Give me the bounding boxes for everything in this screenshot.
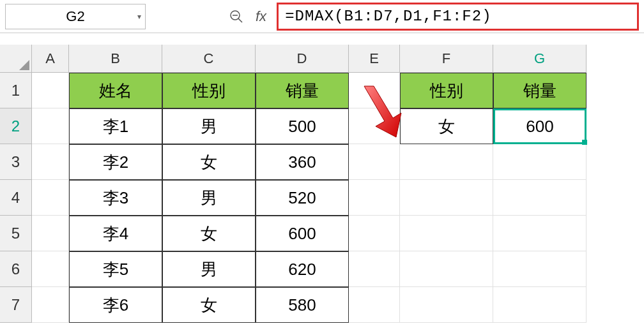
cell-E7[interactable] — [349, 287, 400, 323]
cell-A7[interactable] — [32, 287, 69, 323]
cell-D2[interactable]: 500 — [256, 108, 349, 144]
cell-B1[interactable]: 姓名 — [69, 73, 162, 108]
cell-D6[interactable]: 620 — [256, 251, 349, 287]
cell-G2[interactable]: 600 — [493, 108, 586, 144]
cell-E2[interactable] — [349, 108, 400, 144]
row-header-2[interactable]: 2 — [0, 108, 32, 144]
cell-D3[interactable]: 360 — [256, 144, 349, 180]
cell-C5[interactable]: 女 — [162, 216, 256, 251]
col-header-B[interactable]: B — [69, 45, 162, 73]
row-headers: 1 2 3 4 5 6 7 — [0, 73, 32, 323]
cell-A2[interactable] — [32, 108, 69, 144]
zoom-out-icon[interactable] — [227, 8, 245, 26]
col-header-E[interactable]: E — [349, 45, 400, 73]
row-header-1[interactable]: 1 — [0, 73, 32, 108]
cell-C3[interactable]: 女 — [162, 144, 256, 180]
column-headers: A B C D E F G — [32, 45, 586, 73]
cell-G3[interactable] — [493, 144, 586, 180]
cell-E6[interactable] — [349, 251, 400, 287]
select-all-corner[interactable] — [0, 45, 32, 73]
cell-F2[interactable]: 女 — [400, 108, 493, 144]
cell-D4[interactable]: 520 — [256, 180, 349, 216]
cell-A6[interactable] — [32, 251, 69, 287]
formula-text: =DMAX(B1:D7,D1,F1:F2) — [285, 8, 491, 25]
row-header-3[interactable]: 3 — [0, 144, 32, 180]
col-header-A[interactable]: A — [32, 45, 69, 73]
cell-grid: 姓名 性别 销量 性别 销量 李1 男 500 女 600 李2 女 360 — [32, 73, 586, 323]
cell-A5[interactable] — [32, 216, 69, 251]
cell-B7[interactable]: 李6 — [69, 287, 162, 323]
cell-C2[interactable]: 男 — [162, 108, 256, 144]
cell-A3[interactable] — [32, 144, 69, 180]
cell-C4[interactable]: 男 — [162, 180, 256, 216]
row-header-4[interactable]: 4 — [0, 180, 32, 216]
col-header-C[interactable]: C — [162, 45, 256, 73]
formula-bar: G2 ▾ fx =DMAX(B1:D7,D1,F1:F2) — [0, 0, 644, 33]
cell-B6[interactable]: 李5 — [69, 251, 162, 287]
cell-F6[interactable] — [400, 251, 493, 287]
cell-F7[interactable] — [400, 287, 493, 323]
cell-B2[interactable]: 李1 — [69, 108, 162, 144]
cell-C7[interactable]: 女 — [162, 287, 256, 323]
col-header-F[interactable]: F — [400, 45, 493, 73]
row-header-6[interactable]: 6 — [0, 251, 32, 287]
cell-E5[interactable] — [349, 216, 400, 251]
cell-C1[interactable]: 性别 — [162, 73, 256, 108]
row-header-5[interactable]: 5 — [0, 216, 32, 251]
fx-label[interactable]: fx — [256, 8, 266, 25]
cell-D7[interactable]: 580 — [256, 287, 349, 323]
cell-G5[interactable] — [493, 216, 586, 251]
cell-F4[interactable] — [400, 180, 493, 216]
name-box[interactable]: G2 ▾ — [5, 4, 146, 29]
cell-B5[interactable]: 李4 — [69, 216, 162, 251]
svg-line-1 — [238, 19, 242, 22]
col-header-G[interactable]: G — [493, 45, 586, 73]
cell-B4[interactable]: 李3 — [69, 180, 162, 216]
cell-F3[interactable] — [400, 144, 493, 180]
cell-F5[interactable] — [400, 216, 493, 251]
cell-D5[interactable]: 600 — [256, 216, 349, 251]
row-header-7[interactable]: 7 — [0, 287, 32, 323]
col-header-D[interactable]: D — [256, 45, 349, 73]
cell-G1[interactable]: 销量 — [493, 73, 586, 108]
cell-E3[interactable] — [349, 144, 400, 180]
cell-E4[interactable] — [349, 180, 400, 216]
cell-G6[interactable] — [493, 251, 586, 287]
cell-E1[interactable] — [349, 73, 400, 108]
cell-G4[interactable] — [493, 180, 586, 216]
cell-G7[interactable] — [493, 287, 586, 323]
cell-D1[interactable]: 销量 — [256, 73, 349, 108]
cell-F1[interactable]: 性别 — [400, 73, 493, 108]
name-box-value: G2 — [66, 8, 84, 25]
formula-input[interactable]: =DMAX(B1:D7,D1,F1:F2) — [277, 3, 639, 31]
cell-C6[interactable]: 男 — [162, 251, 256, 287]
cell-A4[interactable] — [32, 180, 69, 216]
chevron-down-icon[interactable]: ▾ — [137, 12, 141, 21]
cell-B3[interactable]: 李2 — [69, 144, 162, 180]
cell-A1[interactable] — [32, 73, 69, 108]
